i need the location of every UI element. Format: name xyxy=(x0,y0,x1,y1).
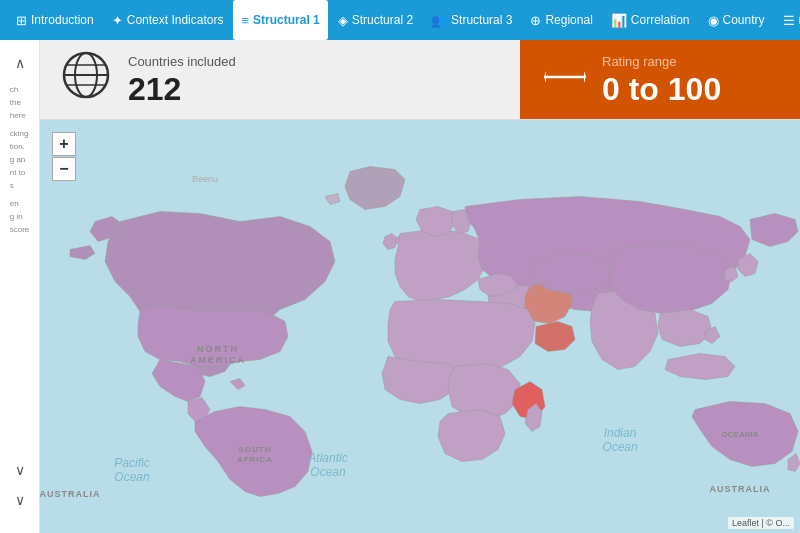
south-africa-label: SOUTH xyxy=(239,445,272,454)
nav-meta[interactable]: ☰ meta xyxy=(775,0,800,40)
sidebar-text-9: en xyxy=(10,198,30,211)
countries-label: Countries included xyxy=(128,54,236,69)
navbar: ⊞ Introduction ✦ Context Indicators ≡ St… xyxy=(0,0,800,40)
world-map-svg: Atlantic Ocean Pacific Ocean Indian Ocea… xyxy=(40,120,800,533)
sidebar-chevron-down2[interactable]: ∨ xyxy=(5,487,35,513)
arrow-icon xyxy=(544,64,586,96)
sidebar-text-2: the xyxy=(10,97,30,110)
correlation-icon: 📊 xyxy=(611,13,627,28)
svg-marker-7 xyxy=(544,71,546,83)
sidebar-text-5: tion. xyxy=(10,141,30,154)
map-attribution: Leaflet | © O... xyxy=(728,517,794,529)
australia-label: AUSTRALIA xyxy=(710,484,771,494)
zoom-out-button[interactable]: − xyxy=(52,157,76,181)
nav-structural-3[interactable]: 👥 Structural 3 xyxy=(423,0,520,40)
sidebar-text-7: nt to xyxy=(10,167,30,180)
top-label: Beenu xyxy=(192,174,218,184)
rating-info-text: Rating range 0 to 100 xyxy=(602,54,721,105)
countries-info-text: Countries included 212 xyxy=(128,54,236,105)
sidebar-text-10: g in xyxy=(10,211,30,224)
nav-structural-1[interactable]: ≡ Structural 1 xyxy=(233,0,327,40)
rating-label: Rating range xyxy=(602,54,721,69)
zoom-in-button[interactable]: + xyxy=(52,132,76,156)
australia-label-left: AUSTRALIA xyxy=(40,489,101,499)
map-container[interactable]: + − xyxy=(40,120,800,533)
globe-icon xyxy=(60,49,112,111)
content-area: Countries included 212 Rating range 0 to… xyxy=(40,40,800,533)
atlantic-ocean-label2: Ocean xyxy=(310,465,346,479)
sidebar: ∧ ch the here cking tion. g an nt to s e… xyxy=(0,40,40,533)
nav-context-indicators[interactable]: ✦ Context Indicators xyxy=(104,0,232,40)
nav-introduction[interactable]: ⊞ Introduction xyxy=(8,0,102,40)
sidebar-chevron-up[interactable]: ∧ xyxy=(5,50,35,76)
north-america-label: NORTH xyxy=(197,344,239,354)
north-america-label2: AMERICA xyxy=(190,355,246,365)
pacific-ocean-label: Pacific xyxy=(114,456,149,470)
nav-country[interactable]: ◉ Country xyxy=(700,0,773,40)
nav-structural-2[interactable]: ◈ Structural 2 xyxy=(330,0,421,40)
countries-included-card: Countries included 212 xyxy=(40,40,520,119)
introduction-icon: ⊞ xyxy=(16,13,27,28)
nav-correlation[interactable]: 📊 Correlation xyxy=(603,0,698,40)
sidebar-text-4: cking xyxy=(10,128,30,141)
rating-value: 0 to 100 xyxy=(602,73,721,105)
sidebar-chevron-down[interactable]: ∨ xyxy=(5,457,35,483)
pacific-ocean-label2: Ocean xyxy=(114,470,150,484)
context-indicators-icon: ✦ xyxy=(112,13,123,28)
meta-icon: ☰ xyxy=(783,13,795,28)
nav-regional[interactable]: ⊕ Regional xyxy=(522,0,600,40)
country-icon: ◉ xyxy=(708,13,719,28)
structural2-icon: ◈ xyxy=(338,13,348,28)
structural3-icon: 👥 xyxy=(431,13,447,28)
svg-marker-6 xyxy=(584,71,586,83)
map-zoom-controls: + − xyxy=(52,132,76,181)
atlantic-ocean-label: Atlantic xyxy=(307,451,347,465)
rating-range-card: Rating range 0 to 100 xyxy=(520,40,800,119)
sidebar-text-1: ch xyxy=(10,84,30,97)
structural1-icon: ≡ xyxy=(241,13,249,28)
info-bar: Countries included 212 Rating range 0 to… xyxy=(40,40,800,120)
indian-ocean-label: Indian xyxy=(604,426,637,440)
sidebar-text-6: g an xyxy=(10,154,30,167)
countries-value: 212 xyxy=(128,73,236,105)
south-africa-label2: AFRICA xyxy=(237,455,273,464)
sidebar-text-3: here xyxy=(10,110,30,123)
sidebar-text-8: s xyxy=(10,180,30,193)
sidebar-bottom: ∨ ∨ xyxy=(5,457,35,513)
regional-icon: ⊕ xyxy=(530,13,541,28)
oceania-label: OCEANIA xyxy=(722,430,759,439)
indian-ocean-label2: Ocean xyxy=(602,440,638,454)
main-layout: ∧ ch the here cking tion. g an nt to s e… xyxy=(0,40,800,533)
sidebar-text-11: score xyxy=(10,224,30,237)
